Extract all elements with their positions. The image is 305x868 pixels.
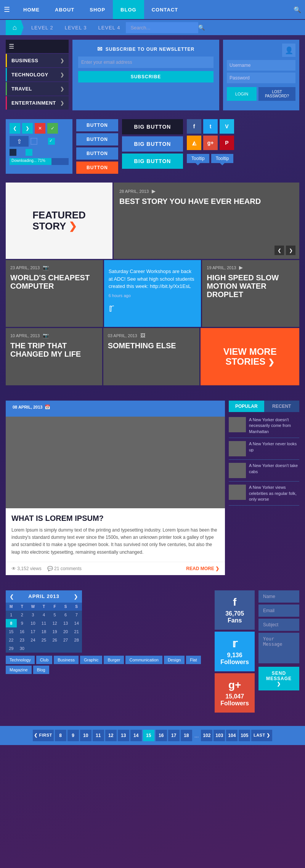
search-input[interactable] xyxy=(126,22,198,33)
twitter-button[interactable]: t xyxy=(203,119,218,134)
close-button[interactable]: ✕ xyxy=(35,123,45,134)
breadcrumb-level3[interactable]: LEVEL 3 xyxy=(65,25,87,31)
pagination-9[interactable]: 9 xyxy=(67,730,79,741)
pagination-102[interactable]: 102 xyxy=(201,730,212,741)
tag-graphic[interactable]: Graphic xyxy=(80,656,103,664)
cal-cell-17[interactable]: 17 xyxy=(27,627,39,636)
cal-cell-27[interactable]: 27 xyxy=(60,636,71,644)
subscribe-button[interactable]: SUBSCRIBE xyxy=(78,71,214,82)
contact-subject-input[interactable] xyxy=(258,619,299,631)
tag-club[interactable]: Club xyxy=(36,656,53,664)
checkbox-unchecked[interactable] xyxy=(30,138,37,145)
card-next-button[interactable]: ❯ xyxy=(286,246,295,255)
nav-about[interactable]: ABOUT xyxy=(47,0,82,19)
username-input[interactable] xyxy=(227,60,295,71)
checkbox-filled[interactable] xyxy=(39,138,46,145)
facebook-button[interactable]: f xyxy=(187,119,201,134)
cal-cell-3[interactable]: 3 xyxy=(27,611,39,619)
cal-cell-7[interactable]: 7 xyxy=(71,611,82,619)
up-button[interactable]: ⇧ xyxy=(10,136,29,147)
cal-cell-16[interactable]: 16 xyxy=(17,627,28,636)
twitter-counter[interactable]: 𝕣 9,136 Followers xyxy=(215,632,255,671)
cal-cell-20[interactable]: 20 xyxy=(60,627,71,636)
cal-cell-8[interactable]: 8 xyxy=(6,619,17,627)
cal-cell-14[interactable]: 14 xyxy=(71,619,82,627)
search-icon[interactable]: 🔍 xyxy=(294,6,301,13)
pagination-last-button[interactable]: LAST ❯ xyxy=(251,730,272,741)
calendar-prev-button[interactable]: ❮ xyxy=(10,593,14,600)
breadcrumb-level4[interactable]: LEVEL 4 xyxy=(98,25,120,31)
checkbox-checked[interactable] xyxy=(48,138,55,145)
tab-popular[interactable]: POPULAR xyxy=(229,401,264,412)
pagination-16[interactable]: 16 xyxy=(156,730,167,741)
pagination-103[interactable]: 103 xyxy=(214,730,225,741)
tag-design[interactable]: Design xyxy=(164,656,185,664)
cal-cell-22[interactable]: 22 xyxy=(6,636,17,644)
button-blue-2[interactable]: BUTTON xyxy=(76,133,118,145)
pagination-18[interactable]: 18 xyxy=(181,730,192,741)
sidebar-hamburger-icon[interactable]: ☰ xyxy=(9,43,14,50)
story-card-5[interactable]: 03 APRIL, 2013 🖼 SOMETHING ELSE xyxy=(103,328,200,385)
sidebar-post-4[interactable]: A New Yorker views celebrities as regula… xyxy=(229,482,299,506)
newsletter-email-input[interactable] xyxy=(78,57,214,68)
cal-cell-24[interactable]: 24 xyxy=(27,636,39,644)
contact-email-input[interactable] xyxy=(258,605,299,617)
story-card-4[interactable]: 10 APRIL, 2013 📷 THE TRIP THAT CHANGED M… xyxy=(6,328,102,385)
pagination-12[interactable]: 12 xyxy=(105,730,117,741)
sidebar-item-travel[interactable]: TRAVEL ❯ xyxy=(6,82,69,95)
tag-communication[interactable]: Communication xyxy=(125,656,162,664)
pagination-10[interactable]: 10 xyxy=(80,730,92,741)
pinterest-button[interactable]: P xyxy=(220,136,234,150)
contact-message-input[interactable] xyxy=(258,633,299,663)
button-blue-3[interactable]: BUTTON xyxy=(76,147,118,160)
pagination-14[interactable]: 14 xyxy=(130,730,142,741)
sidebar-post-3[interactable]: A New Yorker doesn't take cabs xyxy=(229,460,299,482)
pagination-104[interactable]: 104 xyxy=(226,730,238,741)
read-more-button[interactable]: READ MORE ❯ xyxy=(186,566,219,571)
cal-cell-23[interactable]: 23 xyxy=(17,636,28,644)
big-button-blue[interactable]: BIG BUTTON xyxy=(122,136,183,152)
contact-name-input[interactable] xyxy=(258,590,299,603)
login-button[interactable]: LOGIN xyxy=(227,87,257,101)
tag-magazine[interactable]: Magazine xyxy=(6,666,32,674)
tab-recent[interactable]: RECENT xyxy=(264,401,300,412)
pagination-105[interactable]: 105 xyxy=(239,730,250,741)
featured-story-card[interactable]: FEATUREDSTORY ❯ xyxy=(6,183,112,259)
googleplus-counter[interactable]: g+ 15,047 Followers xyxy=(215,673,255,713)
tag-blog[interactable]: Blog xyxy=(33,666,49,674)
cal-cell-5[interactable]: 5 xyxy=(49,611,60,619)
nav-contact[interactable]: CONTACT xyxy=(144,0,186,19)
sidebar-item-technology[interactable]: TECHNOLOGY ❯ xyxy=(6,68,69,81)
lost-password-button[interactable]: LOST PASSWORD? xyxy=(258,87,295,101)
big-button-dark[interactable]: BIG BUTTON xyxy=(122,119,183,134)
password-input[interactable] xyxy=(227,73,295,83)
pagination-11[interactable]: 11 xyxy=(93,730,104,741)
cal-cell-25[interactable]: 25 xyxy=(39,636,50,644)
tag-flat[interactable]: Flat xyxy=(186,656,201,664)
cal-cell-18[interactable]: 18 xyxy=(39,627,50,636)
pagination-13[interactable]: 13 xyxy=(118,730,129,741)
facebook-counter[interactable]: f 36,705 Fans xyxy=(215,590,255,630)
tag-business[interactable]: Business xyxy=(54,656,79,664)
send-message-button[interactable]: SEND MESSAGE ❯ xyxy=(258,667,299,690)
hamburger-icon[interactable]: ☰ xyxy=(4,5,10,14)
cal-cell-13[interactable]: 13 xyxy=(60,619,71,627)
cal-cell-9[interactable]: 9 xyxy=(17,619,28,627)
tag-technology[interactable]: Technology xyxy=(6,656,35,664)
story-card-3[interactable]: 19 APRIL, 2013 ▶ HIGH SPEED SLOW MOTION … xyxy=(202,260,299,327)
view-more-card[interactable]: VIEW MORESTORIES ❯ xyxy=(201,328,299,385)
rss-button[interactable]: ◭ xyxy=(187,136,201,150)
breadcrumb-level2[interactable]: LEVEL 2 xyxy=(31,25,53,31)
pagination-15[interactable]: 15 xyxy=(143,730,154,741)
nav-home[interactable]: HOME xyxy=(16,0,47,19)
big-button-cyan[interactable]: BIG BUTTON xyxy=(122,154,183,169)
confirm-button[interactable]: ✓ xyxy=(47,123,58,134)
button-orange[interactable]: BUTTON xyxy=(76,162,118,174)
nav-blog[interactable]: BLOG xyxy=(113,0,144,19)
twitter-card[interactable]: Saturday Career Workshops are back at AD… xyxy=(104,260,201,327)
pagination-8[interactable]: 8 xyxy=(55,730,66,741)
cal-cell-21[interactable]: 21 xyxy=(71,627,82,636)
card-prev-button[interactable]: ❮ xyxy=(274,246,284,255)
search-submit-button[interactable]: 🔍 xyxy=(198,24,205,31)
googleplus-button[interactable]: g+ xyxy=(203,136,218,150)
